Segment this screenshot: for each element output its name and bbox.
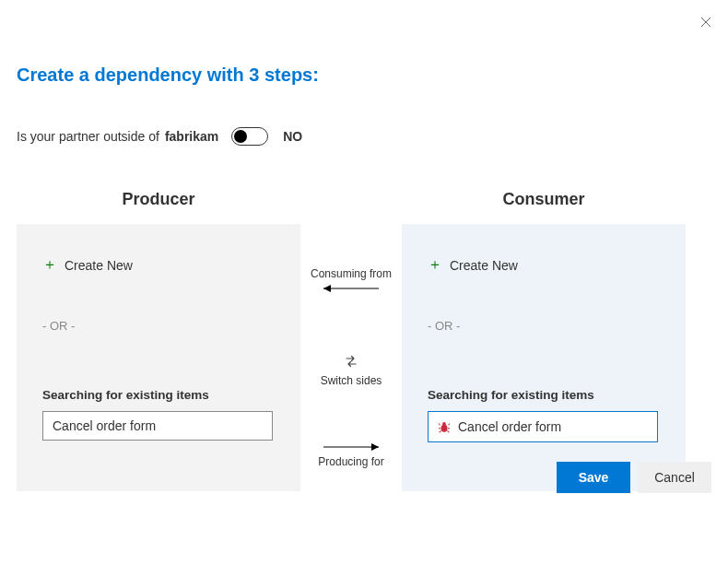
save-button[interactable]: Save [557, 462, 630, 493]
producing-for-block: Producing for [314, 441, 388, 468]
consumer-result-text: Cancel order form [458, 419, 561, 434]
svg-point-3 [442, 422, 446, 426]
swap-icon [344, 354, 358, 369]
consumer-or-text: - OR - [428, 319, 660, 333]
consumer-header: Consumer [402, 190, 686, 209]
producer-panel: ＋ Create New - OR - Searching for existi… [17, 224, 300, 491]
producer-search-input[interactable] [42, 411, 273, 441]
partner-outside-toggle[interactable] [231, 127, 268, 146]
bug-icon [438, 420, 451, 433]
producer-create-new-button[interactable]: ＋ Create New [42, 255, 275, 275]
producer-search-label: Searching for existing items [42, 388, 275, 402]
middle-column: Consuming from Switch sides Producing fo… [300, 190, 402, 491]
dialog-footer: Save Cancel [557, 462, 711, 493]
svg-line-4 [439, 424, 440, 426]
svg-line-9 [448, 430, 450, 432]
consumer-create-new-button[interactable]: ＋ Create New [428, 255, 660, 275]
plus-icon: ＋ [428, 255, 442, 275]
switch-sides-label: Switch sides [321, 374, 382, 387]
producing-for-label: Producing for [318, 455, 383, 468]
close-button[interactable] [697, 13, 715, 31]
svg-line-8 [440, 430, 441, 432]
toggle-state-text: NO [283, 129, 302, 144]
consuming-from-block: Consuming from [311, 267, 392, 295]
consuming-from-label: Consuming from [311, 267, 392, 280]
producer-or-text: - OR - [42, 319, 275, 333]
consumer-panel: ＋ Create New - OR - Searching for existi… [402, 224, 686, 491]
producer-create-label: Create New [65, 258, 133, 273]
partner-question-row: Is your partner outside of fabrikam NO [17, 127, 711, 146]
cancel-button[interactable]: Cancel [638, 462, 711, 493]
dialog-title: Create a dependency with 3 steps: [17, 65, 711, 86]
arrow-left-icon [314, 282, 388, 295]
columns-container: Producer ＋ Create New - OR - Searching f… [17, 190, 711, 491]
partner-question-label: Is your partner outside of [17, 129, 159, 144]
switch-sides-button[interactable]: Switch sides [321, 354, 382, 387]
close-icon [700, 17, 711, 28]
producer-column: Producer ＋ Create New - OR - Searching f… [17, 190, 300, 491]
consumer-column: Consumer ＋ Create New - OR - Searching f… [402, 190, 686, 491]
create-dependency-dialog: Create a dependency with 3 steps: Is you… [0, 0, 728, 510]
plus-icon: ＋ [42, 255, 57, 275]
consumer-create-label: Create New [450, 258, 518, 273]
org-name: fabrikam [165, 129, 218, 144]
svg-line-5 [448, 424, 450, 426]
consumer-search-label: Searching for existing items [428, 388, 660, 402]
arrow-right-icon [314, 441, 388, 453]
svg-point-2 [441, 425, 448, 432]
toggle-knob [234, 130, 247, 143]
producer-header: Producer [17, 190, 300, 209]
consumer-search-result[interactable]: Cancel order form [428, 411, 658, 442]
